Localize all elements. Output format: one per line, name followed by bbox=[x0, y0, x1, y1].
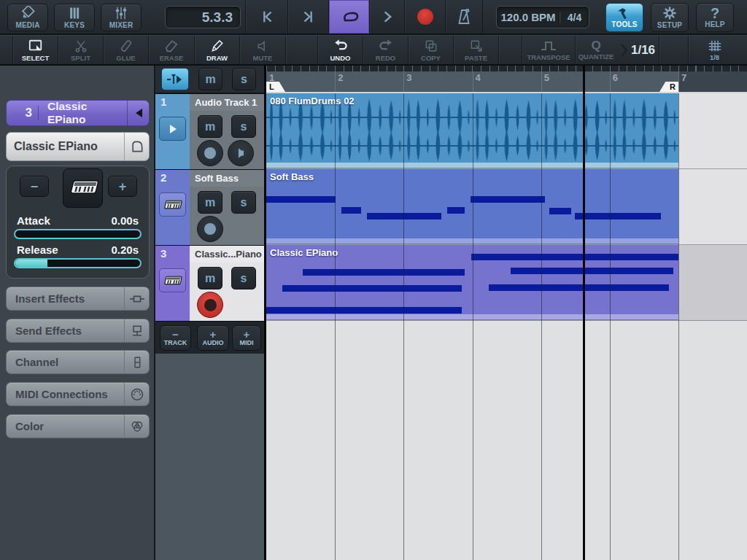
track-row-soft-bass[interactable]: 2 Soft Bass m s bbox=[155, 169, 264, 245]
channel-fader-icon bbox=[124, 351, 149, 373]
redo-button[interactable]: REDO bbox=[363, 36, 408, 64]
solo-letter: s bbox=[241, 74, 247, 85]
timeline-ruler[interactable]: 1234567 L R bbox=[266, 66, 747, 93]
help-button[interactable]: ? HELP bbox=[696, 3, 734, 32]
inspector-item-channel[interactable]: Channel bbox=[6, 350, 150, 374]
loop-cycle-button[interactable] bbox=[328, 0, 369, 34]
track2-solo-button[interactable]: s bbox=[231, 191, 256, 214]
add-audio-track-button[interactable]: + AUDIO bbox=[197, 325, 229, 351]
ruler-bar-line bbox=[473, 71, 473, 92]
draw-tool-button[interactable]: DRAW bbox=[194, 36, 239, 64]
instrument-image-button[interactable] bbox=[63, 168, 103, 208]
record-icon bbox=[417, 9, 433, 25]
grid-snap-button[interactable]: 1/8 bbox=[688, 36, 740, 64]
mute-tool-button[interactable]: MUTE bbox=[239, 36, 285, 64]
release-slider[interactable] bbox=[14, 258, 142, 268]
keys-label: KEYS bbox=[64, 21, 85, 29]
transpose-button[interactable]: TRANSPOSE bbox=[522, 36, 575, 64]
send-effects-label: Send Effects bbox=[7, 324, 124, 337]
lane-audio-track-1[interactable]: 080 FlumDrums 02 bbox=[266, 93, 747, 169]
mixer-button[interactable]: MIXER bbox=[101, 4, 142, 31]
inspector-item-insert-effects[interactable]: Insert Effects bbox=[6, 287, 150, 311]
tools-button[interactable]: TOOLS bbox=[605, 3, 643, 32]
inspector-item-midi-connections[interactable]: MIDI Connections bbox=[6, 382, 150, 406]
quantize-value-selector[interactable]: 1/16 bbox=[616, 36, 659, 64]
eraser-icon bbox=[163, 39, 179, 53]
track3-solo-button[interactable]: s bbox=[231, 267, 256, 289]
track1-monitor-button[interactable] bbox=[228, 140, 254, 166]
tempo-display[interactable]: 120.0 BPM 4/4 bbox=[496, 6, 589, 28]
keys-icon bbox=[67, 6, 82, 20]
track1-name[interactable]: Audio Track 1 bbox=[190, 94, 264, 111]
undo-button[interactable]: UNDO bbox=[317, 36, 363, 64]
track1-record-arm-button[interactable] bbox=[197, 140, 223, 166]
quantize-label: QUANTIZE bbox=[578, 52, 614, 61]
auto-scroll-button[interactable] bbox=[161, 68, 189, 90]
metronome-button[interactable] bbox=[445, 0, 483, 34]
erase-tool-button[interactable]: ERASE bbox=[148, 36, 194, 64]
track3-mute-button[interactable]: m bbox=[198, 267, 222, 289]
copy-button[interactable]: COPY bbox=[408, 36, 453, 64]
arrange-area[interactable]: 1234567 L R bbox=[266, 66, 747, 560]
undo-label: UNDO bbox=[330, 54, 351, 62]
select-tool-button[interactable]: SELECT bbox=[12, 36, 58, 64]
playhead[interactable] bbox=[583, 66, 585, 560]
draw-tool-label: DRAW bbox=[206, 54, 228, 62]
track3-instrument-icon-button[interactable] bbox=[159, 268, 186, 292]
attack-label: Attack bbox=[17, 214, 50, 227]
track2-instrument-icon-button[interactable] bbox=[159, 192, 186, 217]
plus-icon: + bbox=[210, 330, 217, 339]
inspector-item-send-effects[interactable]: Send Effects bbox=[6, 319, 150, 343]
remove-track-button[interactable]: − TRACK bbox=[160, 325, 191, 351]
global-mute-button[interactable]: m bbox=[198, 68, 222, 90]
play-button[interactable] bbox=[369, 0, 404, 34]
setup-button[interactable]: SETUP bbox=[651, 3, 689, 32]
midi-region-classic-epiano[interactable]: Classic EPiano bbox=[266, 245, 678, 320]
track2-mute-button[interactable]: m bbox=[198, 191, 222, 214]
collapse-inspector-button[interactable] bbox=[127, 101, 149, 125]
keys-button[interactable]: KEYS bbox=[54, 4, 95, 31]
audio-region-flumdrums[interactable]: 080 FlumDrums 02 bbox=[266, 93, 678, 168]
global-solo-button[interactable]: s bbox=[232, 68, 256, 90]
inspector-item-color[interactable]: Color bbox=[6, 414, 150, 438]
quantize-button[interactable]: Q QUANTIZE bbox=[575, 36, 616, 64]
arrange-empty-area[interactable] bbox=[266, 321, 747, 560]
next-preset-button[interactable]: + bbox=[108, 176, 137, 197]
add-midi-track-button[interactable]: + MIDI bbox=[232, 325, 261, 351]
split-tool-button[interactable]: SPLIT bbox=[58, 36, 103, 64]
ruler-bar-line bbox=[335, 71, 336, 92]
lane-soft-bass[interactable]: Soft Bass bbox=[266, 169, 747, 245]
region-label: Soft Bass bbox=[270, 171, 314, 182]
lane-classic-epiano[interactable]: Classic EPiano bbox=[266, 245, 747, 321]
ruler-bar-label: 7 bbox=[681, 72, 686, 83]
instrument-selector[interactable]: Classic EPiano bbox=[6, 132, 150, 161]
track1-solo-button[interactable]: s bbox=[231, 115, 256, 138]
media-label: MEDIA bbox=[15, 21, 39, 29]
track2-record-arm-button[interactable] bbox=[197, 216, 223, 242]
track3-record-arm-button[interactable] bbox=[197, 292, 223, 318]
media-button[interactable]: MEDIA bbox=[7, 4, 48, 31]
forward-to-end-button[interactable] bbox=[287, 0, 328, 34]
selected-track-header[interactable]: 3 Classic EPiano bbox=[6, 100, 150, 126]
rewind-to-start-button[interactable] bbox=[245, 0, 287, 34]
track1-mute-button[interactable]: m bbox=[198, 115, 222, 138]
quantize-icon: Q bbox=[591, 39, 600, 52]
midi-region-soft-bass[interactable]: Soft Bass bbox=[266, 169, 678, 244]
redo-icon bbox=[378, 39, 394, 53]
glue-tool-button[interactable]: GLUE bbox=[103, 36, 148, 64]
grand-piano-icon bbox=[124, 133, 149, 160]
paste-button[interactable]: PASTE bbox=[453, 36, 498, 64]
project-version-display[interactable]: 5.3.3 bbox=[165, 6, 241, 28]
region-bottom-strip bbox=[266, 314, 678, 319]
copy-icon bbox=[424, 39, 438, 53]
record-button[interactable] bbox=[404, 0, 445, 34]
track1-freeze-play-button[interactable] bbox=[159, 117, 186, 141]
attack-slider[interactable] bbox=[14, 229, 142, 239]
previous-preset-button[interactable]: − bbox=[20, 176, 49, 197]
track3-name[interactable]: Classic...Piano bbox=[190, 246, 264, 262]
gear-icon bbox=[662, 6, 677, 20]
track-row-audio-track-1[interactable]: 1 Audio Track 1 m s bbox=[155, 93, 264, 169]
track2-name[interactable]: Soft Bass bbox=[190, 170, 264, 187]
hammer-icon bbox=[616, 7, 632, 20]
track-row-classic-epiano[interactable]: 3 Classic...Piano m s bbox=[155, 245, 264, 321]
